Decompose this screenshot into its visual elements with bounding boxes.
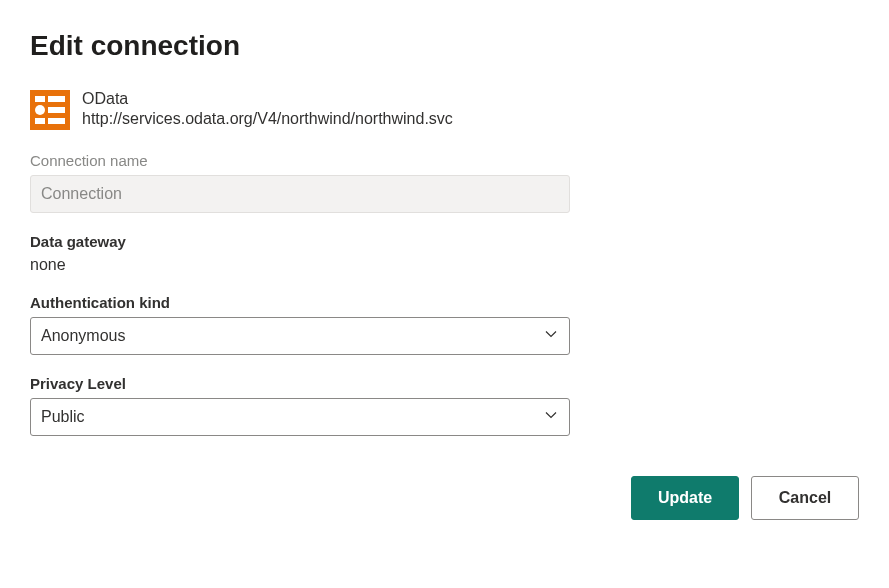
odata-source-icon bbox=[30, 90, 70, 130]
privacy-level-label: Privacy Level bbox=[30, 375, 859, 392]
data-gateway-value: none bbox=[30, 256, 859, 274]
authentication-kind-select[interactable]: Anonymous bbox=[30, 317, 570, 355]
source-text: OData http://services.odata.org/V4/north… bbox=[82, 90, 453, 128]
privacy-level-select[interactable]: Public bbox=[30, 398, 570, 436]
button-row: Update Cancel bbox=[30, 476, 859, 520]
connection-name-input[interactable] bbox=[30, 175, 570, 213]
cancel-button[interactable]: Cancel bbox=[751, 476, 859, 520]
connection-name-group: Connection name bbox=[30, 152, 859, 213]
authentication-kind-value: Anonymous bbox=[41, 327, 126, 345]
privacy-level-group: Privacy Level Public bbox=[30, 375, 859, 436]
source-url: http://services.odata.org/V4/northwind/n… bbox=[82, 110, 453, 128]
authentication-kind-group: Authentication kind Anonymous bbox=[30, 294, 859, 355]
authentication-kind-label: Authentication kind bbox=[30, 294, 859, 311]
source-row: OData http://services.odata.org/V4/north… bbox=[30, 90, 859, 130]
page-title: Edit connection bbox=[30, 30, 859, 62]
privacy-level-value: Public bbox=[41, 408, 85, 426]
data-gateway-group: Data gateway none bbox=[30, 233, 859, 274]
data-gateway-label: Data gateway bbox=[30, 233, 859, 250]
update-button[interactable]: Update bbox=[631, 476, 739, 520]
connection-name-label: Connection name bbox=[30, 152, 859, 169]
source-title: OData bbox=[82, 90, 453, 108]
